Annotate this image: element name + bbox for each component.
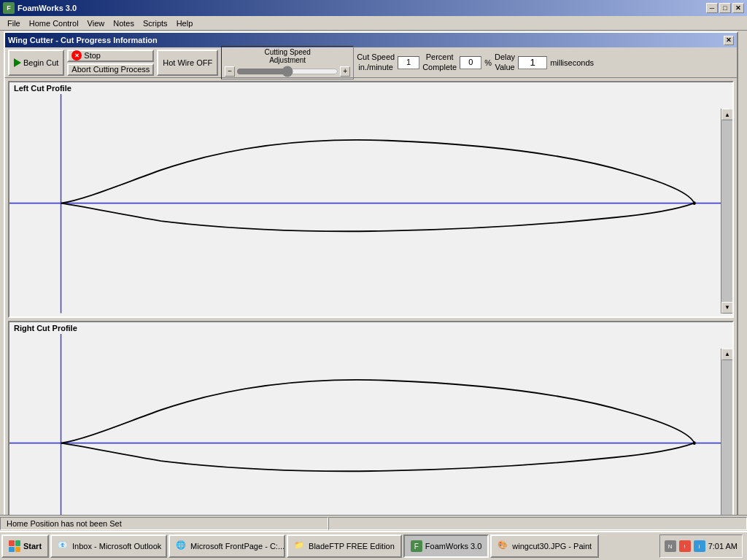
left-scroll-up[interactable]: ▲ (721, 109, 732, 120)
maximize-button[interactable]: □ (719, 3, 731, 13)
close-button[interactable]: ✕ (732, 3, 744, 13)
status-extra (328, 517, 747, 530)
delay-value-input[interactable] (518, 56, 547, 69)
clock: 7:01 AM (708, 542, 738, 551)
cut-speed-group: Cut Speedin./minute 1 (357, 52, 419, 71)
left-scroll-track (721, 120, 732, 302)
profiles-area: Left Cut Profile ▲ ▼ (5, 78, 737, 560)
sub-window: Wing Cutter - Cut Progress Information ✕… (4, 31, 738, 549)
taskbar-frontpage[interactable]: 🌐 Microsoft FrontPage - C:... (169, 534, 285, 558)
bladeftp-icon: 📁 (294, 540, 306, 552)
menu-scripts[interactable]: Scripts (139, 18, 172, 29)
left-wing-svg (9, 94, 721, 314)
play-icon (14, 58, 21, 67)
menu-view[interactable]: View (83, 18, 109, 29)
outlook-icon: 📧 (58, 540, 69, 552)
taskbar-bladeftp[interactable]: 📁 BladeFTP FREE Edition (287, 534, 402, 558)
menu-notes[interactable]: Notes (109, 18, 139, 29)
title-bar: F FoamWorks 3.0 ─ □ ✕ (0, 0, 747, 16)
begin-cut-button[interactable]: Begin Cut (8, 50, 64, 76)
cutting-speed-label: Cutting SpeedAdjustment (264, 48, 310, 64)
sub-title-bar: Wing Cutter - Cut Progress Information ✕ (5, 33, 737, 47)
taskbar-foamworks[interactable]: F FoamWorks 3.0 (403, 534, 489, 558)
milliseconds-label: milliseconds (550, 58, 594, 67)
app-icon: F (3, 2, 15, 14)
taskbar-right: N ! i 7:01 AM (659, 534, 746, 558)
menu-help[interactable]: Help (172, 18, 198, 29)
paint-icon: 🎨 (498, 540, 509, 552)
left-cut-profile-panel: Left Cut Profile ▲ ▼ (8, 81, 734, 318)
cut-speed-label: Cut Speedin./minute (357, 52, 395, 71)
percent-complete-group: PercentComplete 0 % (422, 52, 492, 71)
svg-point-2 (693, 201, 696, 205)
taskbar: Start 📧 Inbox - Microsoft Outlook 🌐 Micr… (0, 531, 747, 560)
speed-increase-button[interactable]: + (340, 66, 350, 77)
delay-label: DelayValue (495, 52, 515, 71)
app-title: FoamWorks 3.0 (18, 4, 77, 12)
left-profile-label: Left Cut Profile (9, 82, 732, 94)
status-bar: Home Position has not been Set (0, 515, 747, 531)
system-tray: N ! i 7:01 AM (659, 534, 743, 558)
left-profile-canvas: ▲ ▼ (9, 94, 732, 314)
svg-point-5 (693, 441, 696, 445)
taskbar-paint[interactable]: 🎨 wingcut30.JPG - Paint (490, 534, 599, 558)
toolbar: Begin Cut ✕ Stop Abort Cutting Process H… (5, 47, 737, 78)
stop-button[interactable]: ✕ Stop (67, 50, 154, 62)
sub-window-title: Wing Cutter - Cut Progress Information (8, 36, 158, 44)
hot-wire-button[interactable]: Hot Wire OFF (157, 50, 218, 76)
menu-home-control[interactable]: Home Control (25, 18, 83, 29)
taskbar-outlook[interactable]: 📧 Inbox - Microsoft Outlook (50, 534, 167, 558)
right-profile-label: Right Cut Profile (9, 322, 732, 334)
speed-decrease-button[interactable]: − (225, 66, 235, 77)
start-button[interactable]: Start (1, 534, 49, 558)
minimize-button[interactable]: ─ (706, 3, 718, 13)
right-scroll-up[interactable]: ▲ (721, 349, 732, 360)
systray-icon-3: i (694, 540, 705, 552)
status-message: Home Position has not been Set (0, 517, 328, 530)
right-scroll-track (721, 360, 732, 542)
systray-icon-1: N (665, 540, 676, 552)
menu-file[interactable]: File (3, 18, 25, 29)
cut-speed-value: 1 (398, 56, 419, 69)
window-controls: ─ □ ✕ (706, 3, 744, 13)
stop-icon: ✕ (71, 50, 82, 61)
left-scroll-down[interactable]: ▼ (721, 302, 732, 314)
percent-complete-label: PercentComplete (422, 52, 457, 71)
delay-group: DelayValue milliseconds (495, 52, 594, 71)
sub-close-button[interactable]: ✕ (724, 36, 734, 45)
percent-symbol: % (484, 58, 492, 67)
windows-logo (9, 540, 20, 552)
foamworks-icon: F (411, 540, 422, 552)
percent-complete-value: 0 (460, 56, 481, 69)
left-profile-scrollbar: ▲ ▼ (721, 109, 732, 314)
abort-button[interactable]: Abort Cutting Process (67, 63, 154, 76)
menu-bar: File Home Control View Notes Scripts Hel… (0, 16, 747, 31)
systray-icon-2: ! (679, 540, 691, 552)
frontpage-icon: 🌐 (176, 540, 187, 552)
speed-slider[interactable] (236, 66, 338, 77)
